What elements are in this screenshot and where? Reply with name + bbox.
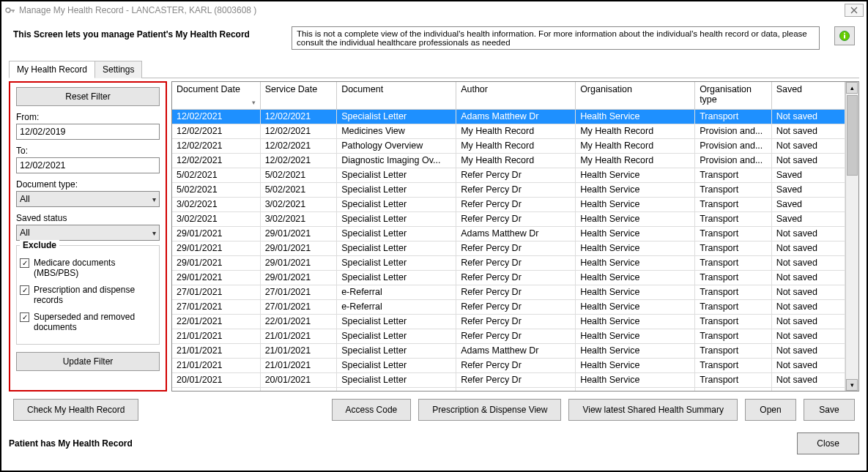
superseded-checkbox-label: Superseded and removed documents [34,312,156,333]
table-row[interactable]: 5/02/20215/02/2021Specialist LetterRefer… [172,168,845,182]
table-cell: Adams Matthew Dr [456,343,576,358]
table-cell: Health Service [576,314,695,329]
svg-point-0 [6,8,10,12]
table-cell: Transport [695,168,771,182]
from-date-input[interactable] [16,124,160,140]
medicare-checkbox[interactable]: ✓ [20,258,29,268]
table-row[interactable]: 27/01/202127/01/2021e-ReferralRefer Perc… [172,285,845,299]
table-cell: 19/01/2021 [172,387,260,391]
table-cell: My Health Record [456,153,576,168]
access-code-button[interactable]: Access Code [332,399,412,421]
table-row[interactable]: 12/02/202112/02/2021Diagnostic Imaging O… [172,153,845,168]
table-cell: Specialist Letter [337,358,456,372]
table-row[interactable]: 29/01/202129/01/2021Specialist LetterRef… [172,270,845,285]
table-cell: 29/01/2021 [172,255,260,270]
table-row[interactable]: 21/01/202121/01/2021Specialist LetterRef… [172,329,845,343]
table-cell: 20/01/2021 [172,372,260,387]
table-cell: Not saved [771,124,845,138]
view-shared-health-summary-button[interactable]: View latest Shared Health Summary [568,399,738,421]
table-cell: 3/02/2021 [260,211,336,226]
records-table-container: Document Date▾ Service Date Document Aut… [171,81,859,392]
table-cell: 12/02/2021 [172,138,260,153]
save-button[interactable]: Save [804,399,855,421]
table-row[interactable]: 21/01/202121/01/2021Specialist LetterAda… [172,343,845,358]
table-cell: Not saved [771,372,845,387]
col-organisation-type[interactable]: Organisation type [695,82,771,109]
table-cell: Health Service [576,226,695,241]
col-document[interactable]: Document [337,82,456,109]
table-cell: Transport [695,270,771,285]
records-table: Document Date▾ Service Date Document Aut… [172,82,845,391]
table-cell: Refer Percy Dr [456,372,576,387]
to-date-input[interactable] [16,157,160,173]
document-type-select[interactable]: All ▾ [16,191,160,207]
svg-rect-6 [844,35,845,39]
tab-settings[interactable]: Settings [94,61,142,78]
exclude-legend: Exclude [20,240,59,250]
open-button[interactable]: Open [745,399,796,421]
table-cell: Saved [771,197,845,211]
prescription-dispense-view-button[interactable]: Prescription & Dispense View [418,399,561,421]
table-cell: 12/02/2021 [172,124,260,138]
table-cell: Adams Matthew Dr [456,109,576,124]
table-cell: 12/02/2021 [260,124,336,138]
table-cell: 21/01/2021 [260,358,336,372]
col-organisation[interactable]: Organisation [576,82,695,109]
table-row[interactable]: 29/01/202129/01/2021Specialist LetterRef… [172,255,845,270]
to-label: To: [16,146,160,156]
svg-point-7 [844,33,845,34]
scroll-up-arrow-icon[interactable]: ▴ [846,82,858,94]
col-saved[interactable]: Saved [771,82,845,109]
col-author[interactable]: Author [456,82,576,109]
table-cell: 27/01/2021 [172,299,260,314]
prescription-checkbox[interactable]: ✓ [20,285,29,295]
table-cell: Not saved [771,226,845,241]
table-row[interactable]: 3/02/20213/02/2021Specialist LetterRefer… [172,197,845,211]
table-row[interactable]: 21/01/202121/01/2021Specialist LetterRef… [172,358,845,372]
check-my-health-record-button[interactable]: Check My Health Record [13,399,138,421]
col-document-date[interactable]: Document Date▾ [172,82,260,109]
table-cell: Not saved [771,270,845,285]
info-button[interactable] [834,26,855,45]
reset-filter-button[interactable]: Reset Filter [16,87,160,106]
table-cell: Transport [695,372,771,387]
table-cell: 22/01/2021 [172,314,260,329]
update-filter-button[interactable]: Update Filter [16,352,160,371]
window-close-button[interactable] [845,4,864,17]
table-row[interactable]: 27/01/202127/01/2021e-ReferralRefer Perc… [172,299,845,314]
saved-status-select[interactable]: All ▾ [16,225,160,241]
table-cell: Specialist Letter [337,255,456,270]
sort-descending-icon: ▾ [252,99,256,106]
table-row[interactable]: 20/01/202120/01/2021Specialist LetterRef… [172,372,845,387]
table-cell: Refer Percy Dr [456,241,576,255]
table-cell: Specialist Letter [337,343,456,358]
scrollbar-thumb[interactable] [847,95,858,176]
table-cell: Health Service [576,270,695,285]
table-cell: Refer Percy Dr [456,387,576,391]
table-cell: 12/02/2021 [260,109,336,124]
table-cell: Transport [695,285,771,299]
table-cell: Refer Percy Dr [456,329,576,343]
table-row[interactable]: 3/02/20213/02/2021Specialist LetterRefer… [172,211,845,226]
table-cell: Health Service [576,197,695,211]
table-row[interactable]: 12/02/202112/02/2021Pathology OverviewMy… [172,138,845,153]
table-row[interactable]: 12/02/202112/02/2021Medicines ViewMy Hea… [172,124,845,138]
table-row[interactable]: 29/01/202129/01/2021Specialist LetterAda… [172,226,845,241]
table-cell: 19/01/2021 [260,387,336,391]
table-cell: Refer Percy Dr [456,358,576,372]
table-row[interactable]: 5/02/20215/02/2021Specialist LetterRefer… [172,182,845,197]
table-cell: Refer Percy Dr [456,168,576,182]
table-row[interactable]: 19/01/202119/01/2021Specialist LetterRef… [172,387,845,391]
table-row[interactable]: 12/02/202112/02/2021Specialist LetterAda… [172,109,845,124]
table-cell: Transport [695,314,771,329]
vertical-scrollbar[interactable]: ▴ ▾ [845,82,858,391]
scroll-down-arrow-icon[interactable]: ▾ [846,379,858,391]
table-row[interactable]: 22/01/202122/01/2021Specialist LetterRef… [172,314,845,329]
table-cell: Health Service [576,329,695,343]
table-cell: e-Referral [337,285,456,299]
close-button[interactable]: Close [797,432,859,454]
table-row[interactable]: 29/01/202129/01/2021Specialist LetterRef… [172,241,845,255]
tab-my-health-record[interactable]: My Health Record [9,61,95,78]
superseded-checkbox[interactable]: ✓ [20,312,29,322]
col-service-date[interactable]: Service Date [260,82,336,109]
